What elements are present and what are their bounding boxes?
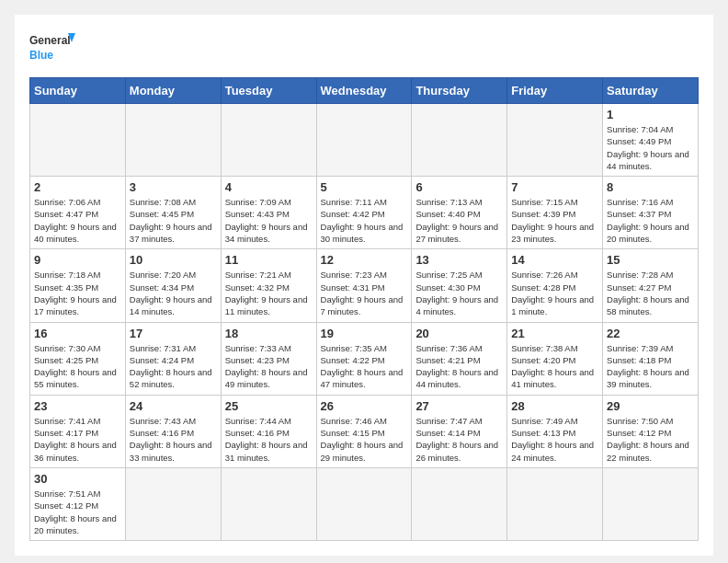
logo: General Blue	[29, 29, 75, 70]
day-cell	[507, 467, 603, 540]
day-cell: 14Sunrise: 7:26 AM Sunset: 4:28 PM Dayli…	[507, 249, 603, 322]
day-number: 22	[607, 327, 694, 340]
day-number: 17	[130, 327, 217, 340]
day-number: 26	[321, 399, 408, 413]
day-cell: 5Sunrise: 7:11 AM Sunset: 4:42 PM Daylig…	[316, 177, 412, 249]
week-row-5: 30Sunrise: 7:51 AM Sunset: 4:12 PM Dayli…	[30, 467, 699, 540]
header-tuesday: Tuesday	[221, 78, 316, 104]
day-info: Sunrise: 7:26 AM Sunset: 4:28 PM Dayligh…	[511, 269, 598, 317]
day-number: 2	[34, 180, 121, 194]
day-cell: 1Sunrise: 7:04 AM Sunset: 4:49 PM Daylig…	[603, 104, 699, 177]
day-number: 4	[225, 180, 313, 194]
day-info: Sunrise: 7:09 AM Sunset: 4:43 PM Dayligh…	[225, 196, 313, 245]
header-wednesday: Wednesday	[316, 78, 412, 104]
day-info: Sunrise: 7:15 AM Sunset: 4:39 PM Dayligh…	[511, 196, 598, 245]
calendar-table: SundayMondayTuesdayWednesdayThursdayFrid…	[29, 77, 699, 541]
header-monday: Monday	[125, 78, 221, 104]
day-cell	[30, 104, 126, 177]
day-info: Sunrise: 7:06 AM Sunset: 4:47 PM Dayligh…	[34, 196, 121, 245]
day-cell: 21Sunrise: 7:38 AM Sunset: 4:20 PM Dayli…	[507, 322, 603, 395]
day-cell: 25Sunrise: 7:44 AM Sunset: 4:16 PM Dayli…	[221, 395, 316, 467]
day-number: 14	[511, 253, 598, 267]
day-info: Sunrise: 7:39 AM Sunset: 4:18 PM Dayligh…	[607, 342, 694, 391]
day-cell: 28Sunrise: 7:49 AM Sunset: 4:13 PM Dayli…	[507, 395, 603, 467]
day-info: Sunrise: 7:41 AM Sunset: 4:17 PM Dayligh…	[34, 415, 121, 464]
day-info: Sunrise: 7:33 AM Sunset: 4:23 PM Dayligh…	[225, 342, 313, 391]
day-number: 7	[511, 180, 598, 194]
day-info: Sunrise: 7:25 AM Sunset: 4:30 PM Dayligh…	[415, 269, 503, 317]
day-cell: 3Sunrise: 7:08 AM Sunset: 4:45 PM Daylig…	[125, 177, 221, 249]
day-cell	[412, 467, 507, 540]
logo-svg: General Blue	[29, 29, 75, 70]
day-cell	[221, 104, 316, 177]
day-cell	[125, 467, 221, 540]
day-cell	[125, 104, 221, 177]
day-number: 25	[225, 399, 313, 413]
day-number: 24	[130, 399, 217, 413]
day-info: Sunrise: 7:49 AM Sunset: 4:13 PM Dayligh…	[511, 415, 598, 464]
day-info: Sunrise: 7:50 AM Sunset: 4:12 PM Dayligh…	[607, 415, 694, 464]
day-cell	[603, 467, 699, 540]
day-info: Sunrise: 7:44 AM Sunset: 4:16 PM Dayligh…	[225, 415, 313, 464]
day-info: Sunrise: 7:11 AM Sunset: 4:42 PM Dayligh…	[321, 196, 408, 245]
header-sunday: Sunday	[30, 78, 126, 104]
day-cell: 27Sunrise: 7:47 AM Sunset: 4:14 PM Dayli…	[412, 395, 507, 467]
day-info: Sunrise: 7:47 AM Sunset: 4:14 PM Dayligh…	[415, 415, 503, 464]
day-info: Sunrise: 7:20 AM Sunset: 4:34 PM Dayligh…	[130, 269, 217, 317]
day-number: 29	[607, 399, 694, 413]
day-cell: 2Sunrise: 7:06 AM Sunset: 4:47 PM Daylig…	[30, 177, 126, 249]
day-number: 10	[130, 253, 217, 267]
day-info: Sunrise: 7:36 AM Sunset: 4:21 PM Dayligh…	[415, 342, 503, 391]
day-cell	[507, 104, 603, 177]
day-cell: 4Sunrise: 7:09 AM Sunset: 4:43 PM Daylig…	[221, 177, 316, 249]
day-number: 23	[34, 399, 121, 413]
day-cell: 17Sunrise: 7:31 AM Sunset: 4:24 PM Dayli…	[125, 322, 221, 395]
day-number: 11	[225, 253, 313, 267]
day-cell: 24Sunrise: 7:43 AM Sunset: 4:16 PM Dayli…	[125, 395, 221, 467]
day-number: 16	[34, 327, 121, 340]
day-number: 8	[607, 180, 694, 194]
day-number: 20	[415, 327, 503, 340]
header-friday: Friday	[507, 78, 603, 104]
day-info: Sunrise: 7:38 AM Sunset: 4:20 PM Dayligh…	[511, 342, 598, 391]
day-number: 9	[34, 253, 121, 267]
svg-text:Blue: Blue	[29, 49, 53, 62]
day-info: Sunrise: 7:13 AM Sunset: 4:40 PM Dayligh…	[415, 196, 503, 245]
svg-text:General: General	[29, 34, 71, 47]
day-cell	[316, 104, 412, 177]
day-cell: 30Sunrise: 7:51 AM Sunset: 4:12 PM Dayli…	[30, 467, 126, 540]
day-cell: 11Sunrise: 7:21 AM Sunset: 4:32 PM Dayli…	[221, 249, 316, 322]
day-number: 6	[415, 180, 503, 194]
page-header: General Blue	[29, 29, 699, 70]
day-cell: 18Sunrise: 7:33 AM Sunset: 4:23 PM Dayli…	[221, 322, 316, 395]
header-thursday: Thursday	[412, 78, 507, 104]
day-info: Sunrise: 7:43 AM Sunset: 4:16 PM Dayligh…	[130, 415, 217, 464]
day-cell: 10Sunrise: 7:20 AM Sunset: 4:34 PM Dayli…	[125, 249, 221, 322]
day-number: 18	[225, 327, 313, 340]
header-saturday: Saturday	[603, 78, 699, 104]
day-cell: 19Sunrise: 7:35 AM Sunset: 4:22 PM Dayli…	[316, 322, 412, 395]
week-row-2: 9Sunrise: 7:18 AM Sunset: 4:35 PM Daylig…	[30, 249, 699, 322]
day-info: Sunrise: 7:30 AM Sunset: 4:25 PM Dayligh…	[34, 342, 121, 391]
week-row-1: 2Sunrise: 7:06 AM Sunset: 4:47 PM Daylig…	[30, 177, 699, 249]
day-number: 1	[607, 108, 694, 121]
day-cell	[316, 467, 412, 540]
day-number: 5	[321, 180, 408, 194]
day-cell: 22Sunrise: 7:39 AM Sunset: 4:18 PM Dayli…	[603, 322, 699, 395]
calendar-header-row: SundayMondayTuesdayWednesdayThursdayFrid…	[30, 78, 699, 104]
day-number: 28	[511, 399, 598, 413]
day-info: Sunrise: 7:23 AM Sunset: 4:31 PM Dayligh…	[321, 269, 408, 317]
day-number: 12	[321, 253, 408, 267]
day-cell: 8Sunrise: 7:16 AM Sunset: 4:37 PM Daylig…	[603, 177, 699, 249]
day-info: Sunrise: 7:31 AM Sunset: 4:24 PM Dayligh…	[130, 342, 217, 391]
day-number: 3	[130, 180, 217, 194]
day-cell	[412, 104, 507, 177]
day-info: Sunrise: 7:46 AM Sunset: 4:15 PM Dayligh…	[321, 415, 408, 464]
week-row-4: 23Sunrise: 7:41 AM Sunset: 4:17 PM Dayli…	[30, 395, 699, 467]
day-info: Sunrise: 7:08 AM Sunset: 4:45 PM Dayligh…	[130, 196, 217, 245]
week-row-0: 1Sunrise: 7:04 AM Sunset: 4:49 PM Daylig…	[30, 104, 699, 177]
day-info: Sunrise: 7:16 AM Sunset: 4:37 PM Dayligh…	[607, 196, 694, 245]
day-number: 19	[321, 327, 408, 340]
day-info: Sunrise: 7:51 AM Sunset: 4:12 PM Dayligh…	[34, 488, 121, 536]
day-cell: 29Sunrise: 7:50 AM Sunset: 4:12 PM Dayli…	[603, 395, 699, 467]
